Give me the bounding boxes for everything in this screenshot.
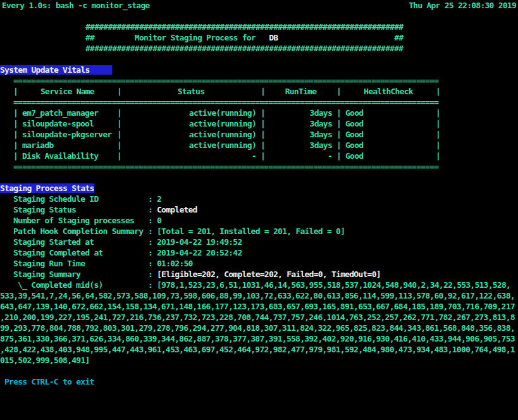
stat-row: Staging Schedule ID: 2 [0,194,518,204]
pipe: | [261,140,265,151]
service-status: - [121,151,261,161]
vitals-table-border-mid: ========================================… [0,97,518,108]
completed-mids-wrap-line: 99,293,778,804,788,792,803,301,279,278,7… [0,323,518,333]
stat-row: Staging Completed at: 2019-04-22 20:52:4… [0,247,518,258]
colon: : [148,215,157,226]
service-name: Disk Availability [18,151,117,161]
colon: : [148,226,157,237]
watch-header: Every 1.0s: bash -c monitor_stage Thu Ap… [0,0,518,11]
watch-command: Every 1.0s: bash -c monitor_stage [2,0,150,11]
colon: : [148,269,157,280]
watch-datetime: Thu Apr 25 22:08:30 2019 [409,0,516,11]
pipe: | [261,108,265,118]
col-header-service-name: Service Name [18,86,117,97]
service-status: active(running) [121,129,261,140]
blank-line [0,11,518,22]
service-status: active(running) [121,108,261,118]
completed-mids-row: \_ Completed mid(s): [978,1,523,23,6,51,… [0,280,518,290]
pipe: | [436,108,440,118]
completed-mids-wrap-line: ,428,422,438,403,948,995,447,443,961,453… [0,344,518,355]
stats-section-title-row: Staging Process Stats [0,183,518,194]
service-healthcheck: Good [341,151,436,161]
service-healthcheck: Good [341,108,436,118]
stat-label: Staging Started at [13,237,148,247]
stat-value-staging-status: Completed [157,205,197,214]
pipe: | [261,151,265,161]
service-name: siloupdate-spool [18,118,117,129]
service-healthcheck: Good [341,129,436,140]
stat-label: Staging Schedule ID [13,194,148,204]
vitals-section-title: System Update Vitals [0,65,112,75]
pipe: | [336,86,341,97]
pipe: | [436,86,440,97]
blank-line [0,366,518,376]
stat-label: Staging Run Time [13,258,148,269]
table-row: |siloupdate-pkgserver|active(running)|3d… [0,129,518,140]
col-header-status: Status [121,86,261,97]
pipe: | [436,140,440,151]
banner-top-border: ########################################… [0,22,518,32]
banner-title-row: ## Monitor Staging Process for DB ## [0,32,518,43]
service-healthcheck: Good [341,140,436,151]
colon: : [148,204,157,215]
table-row: |em7_patch_manager|active(running)|3days… [0,108,518,118]
stat-label: Staging Summary [13,269,148,280]
pipe: | [117,86,121,97]
stat-label: Patch Hook Completion Summary [13,226,148,237]
banner-left: ## Monitor Staging Process for [85,33,269,42]
pipe: | [117,129,121,140]
col-header-healthcheck: HealthCheck [341,86,436,97]
blank-line [0,172,518,183]
service-runtime: - [265,151,336,161]
service-status: active(running) [121,140,261,151]
col-header-runtime: RunTime [265,86,336,97]
pipe: | [436,151,440,161]
vitals-table-border-bottom: ========================================… [0,161,518,172]
pipe: | [436,129,440,140]
pipe: | [117,151,121,161]
pipe: | [13,86,18,97]
pipe: | [117,118,121,129]
stat-value-staging-summary: [Eligible=202, Complete=202, Failed=0, T… [157,269,381,279]
stats-section-title: Staging Process Stats [0,183,94,193]
service-healthcheck: Good [341,118,436,129]
pipe: | [117,108,121,118]
completed-mids-wrap-line: 643,647,139,140,672,662,154,158,134,671,… [0,301,518,312]
stat-label: Staging Completed at [13,247,148,258]
colon: : [148,237,157,247]
stat-value: 2019-04-22 20:52:42 [157,248,242,257]
service-name: siloupdate-pkgserver [18,129,117,140]
pipe: | [13,140,18,151]
stat-row: Staging Summary: [Eligible=202, Complete… [0,269,518,280]
service-runtime: 3days [265,129,336,140]
pipe: | [13,118,18,129]
banner-bottom-border: ########################################… [0,43,518,54]
colon: : [148,194,157,204]
vitals-table-header-row: |Service Name|Status|RunTime|HealthCheck… [0,86,518,97]
completed-mids-wrap-line: 015,502,999,508,491] [0,355,518,366]
exit-hint: Press CTRL-C to exit [0,376,518,387]
terminal-screen[interactable]: Every 1.0s: bash -c monitor_stage Thu Ap… [0,0,518,420]
stat-row: Staging Run Time: 01:02:50 [0,258,518,269]
stat-row: Number of Staging processes: 0 [0,215,518,226]
service-status: active(running) [121,118,261,129]
stat-value: 0 [157,216,161,225]
colon: : [148,280,157,290]
vitals-table-border-top: ========================================… [0,75,518,86]
stat-row: Staging Status: Completed [0,204,518,215]
blank-line [0,54,518,65]
pipe: | [261,129,265,140]
colon: : [148,258,157,269]
pipe: | [13,108,18,118]
service-name: mariadb [18,140,117,151]
pipe: | [117,140,121,151]
completed-mids-first-line: [978,1,523,23,6,51,1031,46,14,563,955,51… [157,280,510,290]
service-runtime: 3days [265,140,336,151]
table-row: |mariadb|active(running)|3days|Good| [0,140,518,151]
pipe: | [336,140,341,151]
pipe: | [436,118,440,129]
banner-right: ## [278,33,403,42]
pipe: | [336,118,341,129]
pipe: | [336,151,341,161]
pipe: | [261,86,265,97]
